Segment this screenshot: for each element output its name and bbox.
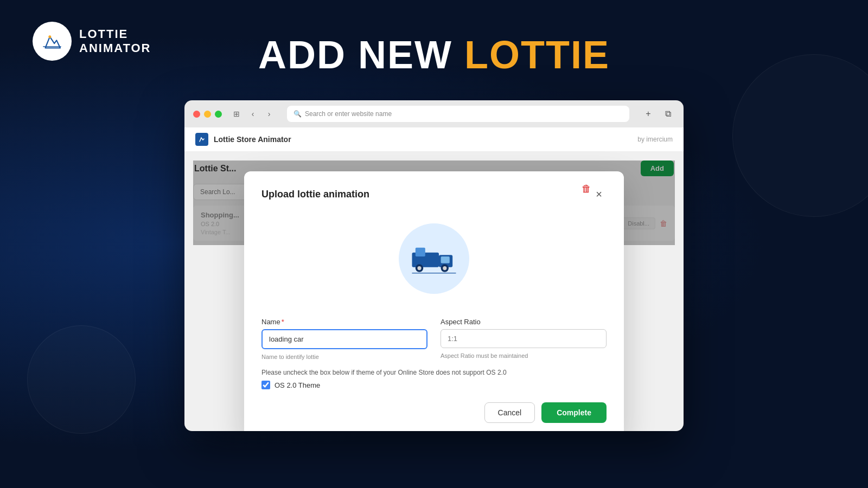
upload-modal: Upload lottie animation × 🗑 bbox=[244, 171, 624, 431]
complete-button[interactable]: Complete bbox=[541, 402, 607, 423]
modal-header: Upload lottie animation × bbox=[261, 187, 607, 202]
modal-footer: Cancel Complete bbox=[261, 402, 607, 423]
aspect-ratio-hint: Aspect Ratio must be maintained bbox=[441, 352, 607, 359]
name-field-group: Name* Name to identify lottie bbox=[261, 318, 427, 360]
os-theme-checkbox[interactable] bbox=[261, 381, 270, 389]
app-bar-left: Lottie Store Animator bbox=[195, 133, 291, 146]
browser-wrapper: ⊞ ‹ › 🔍 Search or enter website name + ⧉ bbox=[184, 100, 684, 431]
traffic-lights bbox=[193, 111, 222, 118]
browser-content: Lottie Store Animator by imercium Lottie… bbox=[184, 127, 684, 431]
traffic-light-green[interactable] bbox=[215, 111, 222, 118]
traffic-light-red[interactable] bbox=[193, 111, 200, 118]
address-text: Search or enter website name bbox=[305, 110, 392, 118]
modal-close-button[interactable]: × bbox=[591, 187, 607, 202]
modal-title: Upload lottie animation bbox=[261, 189, 369, 200]
aspect-ratio-field-group: Aspect Ratio Aspect Ratio must be mainta… bbox=[441, 318, 607, 360]
svg-rect-5 bbox=[441, 256, 450, 264]
os-note: Please uncheck the box below if theme of… bbox=[261, 369, 607, 376]
name-input[interactable] bbox=[261, 329, 427, 349]
app-main-content: Lottie St... Add Shopping... OS 2.0 Vint… bbox=[184, 152, 684, 254]
browser-nav-icons: ⊞ ‹ › bbox=[231, 108, 275, 120]
os-theme-label: OS 2.0 Theme bbox=[275, 381, 320, 389]
title-part2: LOTTIE bbox=[464, 33, 610, 76]
name-hint: Name to identify lottie bbox=[261, 354, 427, 360]
svg-point-9 bbox=[443, 266, 446, 270]
app-bar-by: by imercium bbox=[637, 136, 673, 143]
os-checkbox-section: Please uncheck the box below if theme of… bbox=[261, 369, 607, 389]
traffic-light-yellow[interactable] bbox=[204, 111, 211, 118]
os-checkbox-row: OS 2.0 Theme bbox=[261, 381, 607, 389]
svg-point-7 bbox=[417, 266, 421, 270]
modal-delete-button[interactable]: 🗑 bbox=[582, 183, 591, 195]
svg-rect-2 bbox=[198, 136, 206, 143]
copy-tab-button[interactable]: ⧉ bbox=[661, 107, 675, 121]
form-row: Name* Name to identify lottie Aspect Rat… bbox=[261, 318, 607, 360]
modal-overlay: Upload lottie animation × 🗑 bbox=[193, 160, 675, 245]
aspect-ratio-input[interactable] bbox=[441, 329, 607, 348]
back-button[interactable]: ‹ bbox=[247, 108, 259, 120]
main-title-area: ADD NEW LOTTIE bbox=[0, 33, 868, 77]
new-tab-button[interactable]: + bbox=[641, 107, 655, 121]
truck-animation-circle bbox=[399, 223, 469, 294]
title-part1: ADD NEW bbox=[258, 33, 464, 76]
sidebar-toggle-button[interactable]: ⊞ bbox=[231, 108, 242, 120]
app-icon bbox=[195, 133, 208, 146]
animation-preview bbox=[261, 213, 607, 305]
browser-actions: + ⧉ bbox=[641, 107, 675, 121]
app-bar: Lottie Store Animator by imercium bbox=[184, 127, 684, 152]
search-icon: 🔍 bbox=[293, 110, 302, 118]
forward-button[interactable]: › bbox=[263, 108, 275, 120]
required-star: * bbox=[282, 318, 284, 326]
browser-titlebar: ⊞ ‹ › 🔍 Search or enter website name + ⧉ bbox=[184, 100, 684, 127]
name-label: Name* bbox=[261, 318, 427, 326]
browser-frame: ⊞ ‹ › 🔍 Search or enter website name + ⧉ bbox=[184, 100, 684, 431]
address-bar[interactable]: 🔍 Search or enter website name bbox=[287, 106, 629, 122]
app-bar-title: Lottie Store Animator bbox=[214, 135, 291, 144]
svg-rect-10 bbox=[416, 248, 425, 256]
cancel-button[interactable]: Cancel bbox=[484, 402, 535, 423]
aspect-ratio-label: Aspect Ratio bbox=[441, 318, 607, 326]
